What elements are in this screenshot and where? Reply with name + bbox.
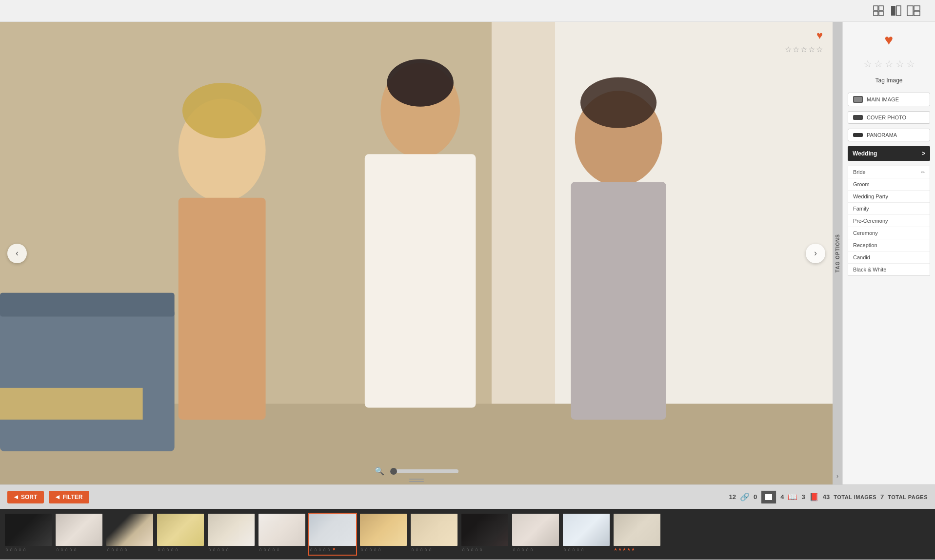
thumb-heart-7: ♥ — [333, 547, 335, 552]
thumbnail-4[interactable]: ☆☆☆☆☆ — [156, 513, 205, 556]
thumb-meta-5: ☆☆☆☆☆ — [208, 546, 255, 553]
wedding-item-bw[interactable]: Black & White — [848, 264, 930, 275]
wedding-item-family-label: Family — [853, 206, 869, 212]
single-count: 4 — [780, 493, 784, 501]
cover-photo-button[interactable]: COVER PHOTO — [848, 111, 930, 124]
grid-4-view-icon[interactable] — [872, 4, 885, 18]
cover-photo-label: COVER PHOTO — [867, 115, 906, 120]
wedding-item-bride-label: Bride — [853, 169, 866, 175]
wedding-item-groom-label: Groom — [853, 181, 870, 187]
star-2[interactable]: ☆ — [793, 45, 799, 54]
svg-rect-0 — [874, 6, 878, 10]
view-toggle — [761, 490, 776, 504]
wedding-item-pre-ceremony-label: Pre-Ceremony — [853, 218, 888, 224]
total-images-num: 43 — [823, 493, 830, 501]
thumb-img-4 — [157, 514, 204, 546]
filmstrip-progress[interactable] — [390, 469, 458, 473]
thumbnail-7[interactable]: ☆☆☆☆☆♥ — [308, 513, 357, 556]
filter-arrow-icon: ◀ — [56, 494, 60, 500]
thumb-meta-11: ☆☆☆☆☆ — [512, 546, 559, 553]
prev-arrow-button[interactable]: ‹ — [7, 244, 27, 263]
svg-rect-14 — [0, 293, 175, 317]
star-1[interactable]: ☆ — [785, 45, 792, 54]
tag-star-3[interactable]: ☆ — [885, 58, 894, 70]
panorama-label: PANORAMA — [867, 132, 897, 138]
thumbnail-13[interactable]: ★★★★★ — [613, 513, 661, 556]
thumbnail-1[interactable]: ☆☆☆☆☆ — [4, 513, 53, 556]
tag-heart-icon[interactable]: ♥ — [885, 32, 894, 48]
link-icon: 🔗 — [740, 492, 750, 502]
toolbar-stats: 12 🔗 0 4 📖 3 📕 43 TOTAL IMAGES 7 TOTAL P… — [729, 490, 928, 504]
wedding-item-family[interactable]: Family — [848, 203, 930, 215]
tag-stars[interactable]: ☆ ☆ ☆ ☆ ☆ — [848, 56, 930, 72]
main-image-button[interactable]: MAIN IMAGE — [848, 93, 930, 106]
thumb-meta-9: ☆☆☆☆☆ — [411, 546, 458, 553]
book-open-icon: 📖 — [788, 492, 797, 502]
main-area: ‹ › ♥ ☆ ☆ ☆ ☆ ☆ 🔍 TAG OPTIONS — [0, 22, 935, 484]
thumbnail-12[interactable]: ☆☆☆☆☆ — [562, 513, 611, 556]
image-viewer: ‹ › ♥ ☆ ☆ ☆ ☆ ☆ 🔍 — [0, 22, 833, 484]
thumb-img-6 — [259, 514, 305, 546]
thumbnail-5[interactable]: ☆☆☆☆☆ — [207, 513, 256, 556]
thumbnail-3[interactable]: ☆☆☆☆☆ — [105, 513, 154, 556]
wedding-category-header[interactable]: Wedding > — [848, 146, 930, 161]
main-photo — [0, 22, 833, 484]
thumbnail-2[interactable]: ☆☆☆☆☆ — [55, 513, 103, 556]
wedding-item-groom[interactable]: Groom — [848, 178, 930, 191]
tag-star-4[interactable]: ☆ — [895, 58, 904, 70]
grid-2-view-icon[interactable] — [889, 4, 903, 18]
svg-rect-2 — [874, 11, 878, 16]
filter-button[interactable]: ◀ FILTER — [49, 491, 89, 503]
wedding-item-pre-ceremony[interactable]: Pre-Ceremony — [848, 215, 930, 227]
rating-stars[interactable]: ☆ ☆ ☆ ☆ ☆ — [785, 45, 823, 54]
panorama-button[interactable]: PANORAMA — [848, 129, 930, 141]
drag-line-2 — [409, 481, 424, 482]
wedding-category-label: Wedding — [853, 150, 877, 157]
wedding-item-ceremony[interactable]: Ceremony — [848, 227, 930, 239]
thumbnail-6[interactable]: ☆☆☆☆☆ — [258, 513, 306, 556]
cover-photo-icon — [853, 115, 863, 120]
single-view-btn[interactable] — [761, 490, 776, 504]
thumbnail-10[interactable]: ☆☆☆☆☆ — [460, 513, 509, 556]
wedding-item-candid[interactable]: Candid — [848, 251, 930, 264]
split-view-icon[interactable] — [907, 4, 920, 18]
thumbnail-8[interactable]: ☆☆☆☆☆ — [359, 513, 408, 556]
filmstrip-controls: 🔍 — [375, 466, 458, 476]
thumb-stars-10: ☆☆☆☆☆ — [461, 546, 483, 553]
star-3[interactable]: ☆ — [800, 45, 807, 54]
next-arrow-button[interactable]: › — [806, 244, 825, 263]
thumb-stars-3: ☆☆☆☆☆ — [106, 546, 128, 553]
edit-pencil-icon[interactable]: ✏ — [921, 170, 925, 175]
thumb-img-12 — [563, 514, 610, 546]
thumbnail-9[interactable]: ☆☆☆☆☆ — [410, 513, 458, 556]
zoom-icon[interactable]: 🔍 — [375, 466, 384, 476]
thumb-img-7 — [309, 514, 356, 546]
thumb-img-10 — [461, 514, 508, 546]
drag-handle[interactable] — [409, 479, 424, 482]
thumb-meta-2: ☆☆☆☆☆ — [56, 546, 102, 553]
tag-options-tab[interactable]: TAG OPTIONS › — [833, 22, 842, 484]
thumb-meta-3: ☆☆☆☆☆ — [106, 546, 153, 553]
svg-rect-17 — [179, 198, 266, 420]
thumb-img-11 — [512, 514, 559, 546]
drag-line-1 — [409, 479, 424, 480]
wedding-item-wedding-party[interactable]: Wedding Party — [848, 191, 930, 203]
tag-star-1[interactable]: ☆ — [863, 58, 872, 70]
star-5[interactable]: ☆ — [816, 45, 823, 54]
thumb-img-13 — [614, 514, 660, 546]
thumb-stars-2: ☆☆☆☆☆ — [56, 546, 77, 553]
wedding-item-reception[interactable]: Reception — [848, 239, 930, 251]
wedding-item-bride[interactable]: Bride ✏ — [848, 166, 930, 178]
svg-rect-25 — [765, 494, 772, 500]
heart-icon[interactable]: ♥ — [816, 29, 823, 42]
tag-star-2[interactable]: ☆ — [874, 58, 883, 70]
tag-star-5[interactable]: ☆ — [906, 58, 915, 70]
thumb-meta-4: ☆☆☆☆☆ — [157, 546, 204, 553]
book-count: 3 — [801, 493, 805, 501]
tag-options-label: TAG OPTIONS — [835, 234, 840, 272]
thumbnail-11[interactable]: ☆☆☆☆☆ — [511, 513, 560, 556]
wedding-item-wedding-party-label: Wedding Party — [853, 193, 888, 199]
sort-button[interactable]: ◀ SORT — [7, 491, 44, 503]
star-4[interactable]: ☆ — [808, 45, 815, 54]
svg-rect-13 — [0, 309, 175, 451]
